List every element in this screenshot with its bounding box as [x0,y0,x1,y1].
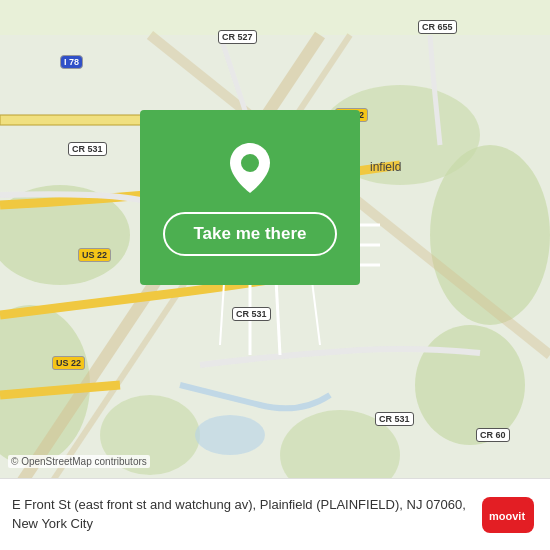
address-section: E Front St (east front st and watchung a… [12,496,478,532]
svg-text:moovit: moovit [489,510,525,522]
action-overlay: Take me there [140,110,360,285]
osm-attribution: © OpenStreetMap contributors [8,455,150,468]
place-label: infield [370,160,401,174]
road-badge-us22-mid: US 22 [78,248,111,262]
road-badge-i78: I 78 [60,55,83,69]
road-badge-cr655: CR 655 [418,20,457,34]
moovit-logo[interactable]: moovit [478,497,538,533]
map-container: I 78 CR 527 CR 655 US 22 CR 531 US 22 CR… [0,0,550,550]
svg-point-8 [195,415,265,455]
road-badge-cr531-mid: CR 531 [232,307,271,321]
road-badge-cr531-left: CR 531 [68,142,107,156]
road-badge-us22-bot: US 22 [52,356,85,370]
info-bar: E Front St (east front st and watchung a… [0,478,550,550]
road-badge-cr531-bot: CR 531 [375,412,414,426]
address-text: E Front St (east front st and watchung a… [12,496,470,532]
svg-point-4 [415,325,525,445]
pin-wrapper [222,140,278,196]
svg-point-21 [241,154,259,172]
road-badge-cr60: CR 60 [476,428,510,442]
moovit-svg: moovit [485,500,531,530]
road-badge-cr527: CR 527 [218,30,257,44]
take-me-there-button[interactable]: Take me there [163,212,336,256]
location-pin-icon [230,143,270,193]
moovit-icon: moovit [482,497,534,533]
